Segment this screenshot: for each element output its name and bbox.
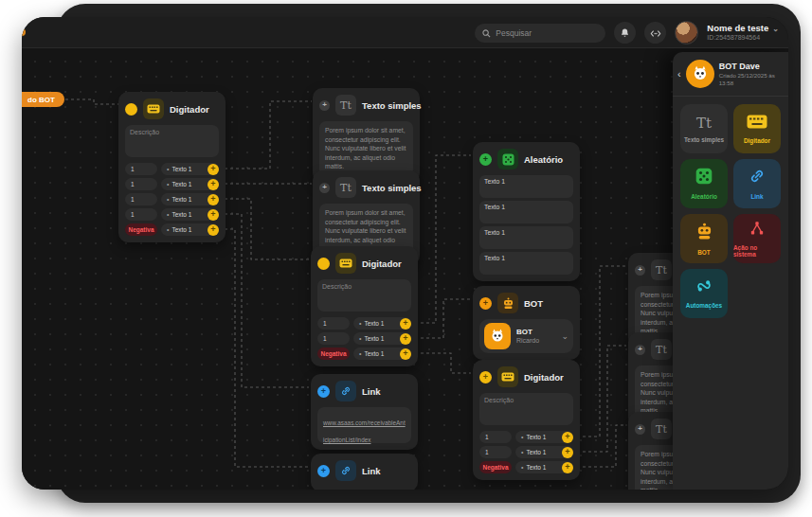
add-connection-button[interactable]: + [208,164,219,175]
node-link-2[interactable]: + Link [311,454,418,490]
random-option[interactable]: Texto 1 [479,175,573,198]
input-connector[interactable]: + [317,385,330,398]
node-digitador-2[interactable]: Digitador 1 •Texto 1 + 1 •Texto 1 + Nega… [311,246,418,366]
drag-dot-icon: • [167,181,169,187]
option-value[interactable]: •Texto 1 + [515,431,573,443]
node-type-palette: Tt Texto simples Digitador Aleatório [673,97,788,326]
input-connector[interactable]: + [479,153,492,166]
notifications-button[interactable] [614,22,636,44]
add-connection-button[interactable]: + [562,447,573,458]
negative-badge[interactable]: Negativa [479,461,512,473]
option-text: Texto 1 [364,320,384,327]
url-text[interactable]: www.asaas.com/receivableAnticipationList… [323,419,406,443]
option-value[interactable]: •Texto 1 + [161,208,219,221]
negative-badge[interactable]: Negativa [125,223,157,236]
option-value[interactable]: •Texto 1 + [161,163,219,175]
option-key-input[interactable]: 1 [125,163,157,175]
option-value[interactable]: •Texto 1 + [161,223,219,236]
palette-item-automacoes[interactable]: Automações [680,269,728,318]
input-connector[interactable]: + [635,345,645,355]
add-connection-button[interactable]: + [208,209,219,221]
option-key-input[interactable]: 1 [479,431,512,443]
search-bar[interactable] [475,24,605,43]
option-row: 1 •Texto 1 + [479,431,573,443]
collapse-panel-button[interactable]: ‹ [677,69,681,80]
option-value[interactable]: •Texto 1 + [161,178,219,190]
bot-select[interactable]: BOT Ricardo ⌄ [479,319,573,353]
bot-title: BOT Dave [719,62,783,72]
add-connection-button[interactable]: + [208,224,219,236]
node-bot[interactable]: + BOT BOT Ricardo ⌄ [473,286,580,360]
random-option[interactable]: Texto 1 [479,201,573,223]
option-key-input[interactable]: 1 [125,178,157,190]
text-icon: Tt [651,259,672,280]
add-connection-button[interactable]: + [562,432,573,443]
search-input[interactable] [496,28,598,38]
description-input[interactable] [317,279,411,312]
palette-item-texto-simples[interactable]: Tt Texto simples [680,104,728,153]
option-key-input[interactable]: 1 [317,332,350,345]
input-connector[interactable]: + [635,424,645,435]
node-title: Texto simples [362,100,422,111]
screenshot-stage: Nome de teste ⌄ ID:254587894564 [0,0,812,517]
node-digitador-1[interactable]: Digitador 1 •Texto 1 + 1 •Texto 1 + 1 •T… [118,92,226,242]
add-connection-button[interactable]: + [208,179,219,190]
option-value[interactable]: •Texto 1 + [515,446,573,458]
option-key-input[interactable]: 1 [125,208,157,221]
add-connection-button[interactable]: + [400,333,411,345]
palette-item-aleatorio[interactable]: Aleatório [680,159,728,208]
input-connector[interactable]: + [635,265,645,276]
user-avatar[interactable] [675,21,698,45]
message-text[interactable]: Porem ipsum dolor sit amet, consectetur … [319,121,413,176]
add-connection-button[interactable]: + [400,348,411,360]
palette-item-link[interactable]: Link [733,159,781,208]
node-digitador-3[interactable]: + Digitador 1 •Texto 1 + 1 •Texto 1 + [473,360,580,480]
input-connector[interactable]: + [319,100,330,111]
option-key-input[interactable]: 1 [125,193,157,205]
palette-label: Automações [686,302,722,309]
code-button[interactable] [644,22,666,44]
palette-item-acao-no-sistema[interactable]: Ação no sistema [733,214,781,263]
option-value[interactable]: •Texto 1 + [161,193,219,205]
input-connector[interactable]: + [317,465,330,477]
description-input[interactable] [479,393,573,425]
text-icon: Tt [651,339,672,360]
text-icon: Tt [335,177,356,198]
bot-owner: Ricardo [516,337,555,345]
code-icon [650,25,661,42]
node-title: Aleatório [524,154,563,165]
random-option[interactable]: Texto 1 [479,226,573,249]
node-link-1[interactable]: + Link www.asaas.com/receivableAnticipat… [311,374,418,450]
input-connector[interactable]: + [319,183,330,193]
option-value[interactable]: •Texto 1 + [353,348,411,360]
flow-canvas[interactable]: do BOT Digitador 1 •Texto 1 + 1 [22,48,788,490]
option-key-input[interactable]: 1 [479,446,512,458]
palette-item-bot[interactable]: BOT [680,214,728,263]
negative-badge[interactable]: Negativa [317,348,350,360]
user-menu[interactable]: Nome de teste ⌄ ID:254587894564 [707,24,779,42]
input-connector[interactable] [317,258,330,270]
node-aleatorio[interactable]: + Aleatório Texto 1 Texto 1 Texto 1 Text… [473,142,580,281]
option-text: Texto 1 [364,350,384,357]
node-texto-simples-1[interactable]: + Tt Texto simples Porem ipsum dolor sit… [313,88,420,183]
add-connection-button[interactable]: + [400,318,411,330]
option-text: Texto 1 [526,464,546,471]
option-key-input[interactable]: 1 [317,317,350,330]
drag-dot-icon: • [359,320,361,327]
flow-start-pill[interactable]: do BOT [22,92,64,107]
palette-label: Aleatório [691,193,717,200]
add-connection-button[interactable]: + [562,462,573,473]
input-connector[interactable]: + [479,297,492,310]
option-value[interactable]: •Texto 1 + [353,332,411,345]
option-value[interactable]: •Texto 1 + [353,317,411,330]
add-connection-button[interactable]: + [208,194,219,205]
random-option[interactable]: Texto 1 [479,252,573,275]
description-input[interactable] [125,125,219,157]
input-connector[interactable]: + [479,371,492,383]
dice-icon [497,149,518,169]
user-name: Nome de teste [707,24,768,34]
option-value[interactable]: •Texto 1 + [515,461,573,473]
palette-item-digitador[interactable]: Digitador [733,104,781,153]
input-connector[interactable] [125,103,137,116]
url-field[interactable]: www.asaas.com/receivableAnticipationList… [317,407,411,443]
